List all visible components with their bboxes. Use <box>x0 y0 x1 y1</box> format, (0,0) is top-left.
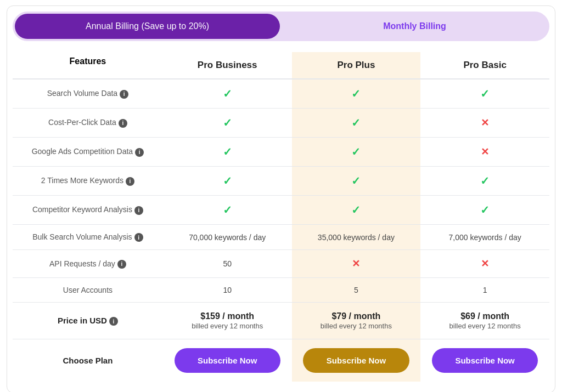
pro-business-cell: ✓ <box>163 109 292 138</box>
info-icon[interactable]: i <box>134 233 143 242</box>
table-row: Search Volume Datai ✓ ✓ ✓ <box>13 79 549 109</box>
pricing-table: Features Pro Business Pro Plus Pro Basic… <box>13 52 549 382</box>
pro-business-cell: ✓ <box>163 79 292 109</box>
info-icon[interactable]: i <box>109 317 118 326</box>
feature-label: Cost-Per-Click Datai <box>13 109 163 138</box>
feature-label: Google Ads Competition Datai <box>13 138 163 167</box>
pro-business-price: $159 / month billed every 12 months <box>163 303 292 339</box>
check-icon: ✓ <box>351 204 361 216</box>
pro-plus-cell: ✓ <box>292 196 421 225</box>
table-row: User Accounts 10 5 1 <box>13 278 549 303</box>
cell-value: 50 <box>223 259 232 268</box>
pro-business-header: Pro Business <box>163 52 292 79</box>
table-row: 2 Times More Keywordsi ✓ ✓ ✓ <box>13 167 549 196</box>
pro-plus-header: Pro Plus <box>292 52 421 79</box>
cell-value: 7,000 keywords / day <box>448 233 521 242</box>
features-header: Features <box>13 52 163 79</box>
feature-label: API Requests / dayi <box>13 250 163 278</box>
info-icon[interactable]: i <box>135 148 144 157</box>
feature-label: User Accounts <box>13 278 163 303</box>
check-icon: ✓ <box>351 117 361 129</box>
feature-label: Search Volume Datai <box>13 79 163 109</box>
check-icon: ✓ <box>480 204 490 216</box>
cell-value: 70,000 keywords / day <box>189 233 266 242</box>
pro-business-cell: ✓ <box>163 138 292 167</box>
pro-basic-subscribe-button[interactable]: Subscribe Now <box>432 348 538 373</box>
pro-basic-cell: 7,000 keywords / day <box>420 225 549 250</box>
check-icon: ✓ <box>480 88 490 100</box>
pro-plus-cell: ✓ <box>292 138 421 167</box>
pro-basic-header: Pro Basic <box>420 52 549 79</box>
billing-toggle: Annual Billing (Save up to 20%) Monthly … <box>13 12 549 41</box>
pro-plus-cell: ✓ <box>292 167 421 196</box>
cross-icon: ✕ <box>481 117 489 128</box>
pro-basic-cell: ✕ <box>420 250 549 278</box>
pro-plus-cell: 35,000 keywords / day <box>292 225 421 250</box>
feature-label: Competitor Keyword Analysisi <box>13 196 163 225</box>
info-icon[interactable]: i <box>117 260 126 269</box>
table-row: Cost-Per-Click Datai ✓ ✓ ✕ <box>13 109 549 138</box>
pro-basic-cell: ✓ <box>420 196 549 225</box>
price-label: Price in USDi <box>13 303 163 339</box>
info-icon[interactable]: i <box>134 206 143 215</box>
pro-business-subscribe: Subscribe Now <box>163 339 292 382</box>
cell-value: 35,000 keywords / day <box>318 233 395 242</box>
cross-icon: ✕ <box>481 146 489 157</box>
pro-plus-subscribe-button[interactable]: Subscribe Now <box>303 348 409 373</box>
table-row: Bulk Search Volume Analysisi 70,000 keyw… <box>13 225 549 250</box>
check-icon: ✓ <box>223 88 232 100</box>
pro-basic-subscribe: Subscribe Now <box>420 339 549 382</box>
check-icon: ✓ <box>223 146 232 158</box>
pro-business-cell: 10 <box>163 278 292 303</box>
info-icon[interactable]: i <box>120 90 128 99</box>
pro-basic-cell: ✓ <box>420 167 549 196</box>
pro-basic-price: $69 / month billed every 12 months <box>420 303 549 339</box>
feature-label: 2 Times More Keywordsi <box>13 167 163 196</box>
pro-business-subscribe-button[interactable]: Subscribe Now <box>175 348 280 373</box>
info-icon[interactable]: i <box>126 177 134 186</box>
table-row: Competitor Keyword Analysisi ✓ ✓ ✓ <box>13 196 549 225</box>
pro-plus-cell: ✓ <box>292 79 421 109</box>
check-icon: ✓ <box>223 175 232 187</box>
pro-plus-cell: ✓ <box>292 109 421 138</box>
pro-plus-cell: 5 <box>292 278 421 303</box>
check-icon: ✓ <box>351 175 361 187</box>
pro-basic-cell: 1 <box>420 278 549 303</box>
pro-plus-cell: ✕ <box>292 250 421 278</box>
annual-billing-button[interactable]: Annual Billing (Save up to 20%) <box>15 14 280 39</box>
check-icon: ✓ <box>351 146 361 158</box>
pricing-container: Annual Billing (Save up to 20%) Monthly … <box>7 5 555 392</box>
pro-basic-cell: ✓ <box>420 79 549 109</box>
pro-business-cell: ✓ <box>163 167 292 196</box>
cross-icon: ✕ <box>352 258 360 269</box>
pro-basic-cell: ✕ <box>420 138 549 167</box>
table-row: Google Ads Competition Datai ✓ ✓ ✕ <box>13 138 549 167</box>
pro-business-cell: 50 <box>163 250 292 278</box>
choose-plan-row: Choose Plan Subscribe Now Subscribe Now … <box>13 339 549 382</box>
info-icon[interactable]: i <box>119 119 127 128</box>
pro-business-cell: ✓ <box>163 196 292 225</box>
check-icon: ✓ <box>351 88 361 100</box>
pro-basic-cell: ✕ <box>420 109 549 138</box>
pro-business-cell: 70,000 keywords / day <box>163 225 292 250</box>
monthly-billing-button[interactable]: Monthly Billing <box>282 14 547 39</box>
check-icon: ✓ <box>223 204 232 216</box>
check-icon: ✓ <box>223 117 232 129</box>
price-row: Price in USDi $159 / month billed every … <box>13 303 549 339</box>
choose-plan-label: Choose Plan <box>13 339 163 382</box>
cross-icon: ✕ <box>481 258 489 269</box>
table-row: API Requests / dayi 50 ✕ ✕ <box>13 250 549 278</box>
cell-value: 1 <box>483 286 487 294</box>
pro-plus-price: $79 / month billed every 12 months <box>292 303 421 339</box>
cell-value: 5 <box>354 286 358 294</box>
feature-label: Bulk Search Volume Analysisi <box>13 225 163 250</box>
check-icon: ✓ <box>480 175 490 187</box>
pro-plus-subscribe: Subscribe Now <box>292 339 421 382</box>
cell-value: 10 <box>223 286 232 294</box>
